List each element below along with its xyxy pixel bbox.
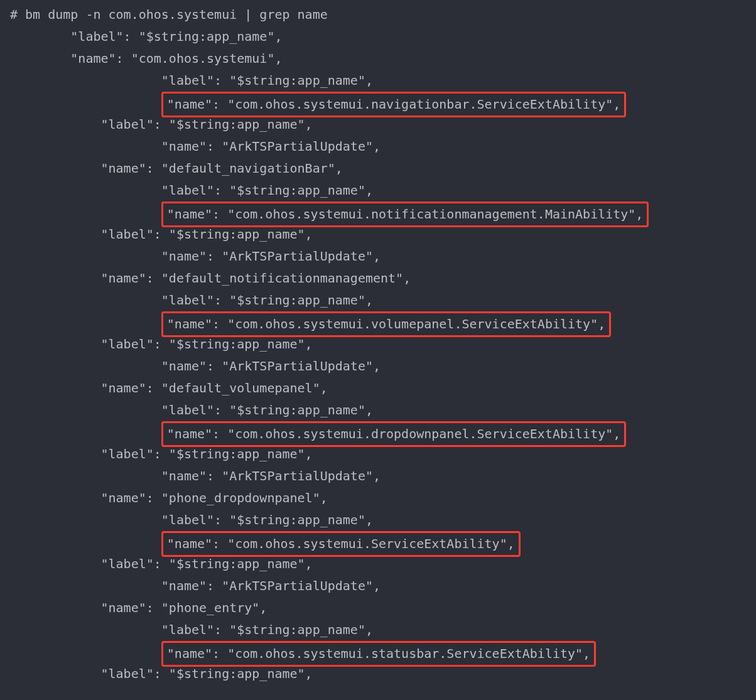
output-text: "label": "$string:app_name", [101,227,313,242]
output-text: "label": "$string:app_name", [101,556,313,571]
output-text: "label": "$string:app_name", [101,446,313,461]
output-text: "name": "ArkTSPartialUpdate", [161,468,381,483]
terminal-line: "name": "ArkTSPartialUpdate", [0,355,756,377]
terminal-line: "name": "ArkTSPartialUpdate", [0,245,756,267]
output-text: "label": "$string:app_name", [161,293,373,308]
terminal-line: "name": "ArkTSPartialUpdate", [0,465,756,487]
terminal-output: # bm dump -n com.ohos.systemui | grep na… [0,0,756,685]
terminal-line: "name": "default_notificationmanagement"… [0,267,756,289]
output-text: "name": "ArkTSPartialUpdate", [161,139,381,154]
output-text: "name": "com.ohos.systemui", [70,51,282,66]
output-text: "label": "$string:app_name", [101,666,313,681]
output-text: "label": "$string:app_name", [161,622,373,637]
terminal-line: "name": "com.ohos.systemui.statusbar.Ser… [0,641,756,663]
output-text: "label": "$string:app_name", [70,29,282,44]
terminal-line: "name": "default_volumepanel", [0,377,756,399]
output-text: "name": "phone_dropdownpanel", [101,490,328,505]
terminal-line: "name": "default_navigationBar", [0,158,756,180]
output-text: "name": "ArkTSPartialUpdate", [161,358,381,374]
output-text: "name": "ArkTSPartialUpdate", [161,249,381,264]
terminal-line: # bm dump -n com.ohos.systemui | grep na… [0,4,756,26]
terminal-line: "name": "ArkTSPartialUpdate", [0,575,756,597]
terminal-line: "name": "phone_dropdownpanel", [0,487,756,509]
terminal-line: "label": "$string:app_name", [0,289,756,311]
terminal-line: "name": "phone_entry", [0,597,756,619]
terminal-line: "name": "com.ohos.systemui.dropdownpanel… [0,421,756,443]
output-text: "name": "default_volumepanel", [101,380,328,396]
terminal-line: "name": "com.ohos.systemui.navigationbar… [0,92,756,114]
output-text: "label": "$string:app_name", [161,183,373,198]
terminal-line: "name": "com.ohos.systemui.volumepanel.S… [0,311,756,333]
output-text: "name": "ArkTSPartialUpdate", [161,578,381,593]
output-text: "label": "$string:app_name", [101,117,313,132]
command-line: # bm dump -n com.ohos.systemui | grep na… [10,7,328,22]
terminal-line: "label": "$string:app_name", [0,619,756,641]
output-text: "label": "$string:app_name", [161,402,373,417]
output-text: "label": "$string:app_name", [161,512,373,527]
terminal-line: "name": "ArkTSPartialUpdate", [0,136,756,158]
terminal-line: "label": "$string:app_name", [0,399,756,421]
terminal-line: "label": "$string:app_name", [0,70,756,92]
terminal-line: "name": "com.ohos.systemui", [0,48,756,70]
output-text: "name": "default_navigationBar", [101,161,343,176]
output-text: "label": "$string:app_name", [161,73,373,88]
terminal-line: "name": "com.ohos.systemui.ServiceExtAbi… [0,531,756,553]
output-text: "name": "default_notificationmanagement"… [101,271,411,286]
output-text: "label": "$string:app_name", [101,337,313,352]
terminal-line: "label": "$string:app_name", [0,180,756,202]
terminal-line: "label": "$string:app_name", [0,26,756,48]
terminal-line: "label": "$string:app_name", [0,509,756,531]
terminal-line: "name": "com.ohos.systemui.notificationm… [0,202,756,223]
output-text: "name": "phone_entry", [101,600,267,615]
